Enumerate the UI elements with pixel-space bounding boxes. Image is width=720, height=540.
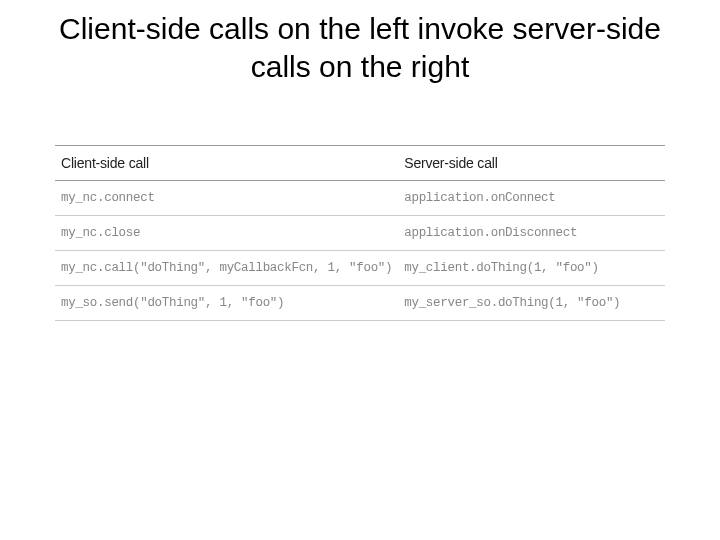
table-row: my_nc.call("doThing", myCallbackFcn, 1, … xyxy=(55,251,665,286)
cell-server: application.onDisconnect xyxy=(398,216,665,251)
cell-client: my_nc.connect xyxy=(55,181,398,216)
cell-server: my_client.doThing(1, "foo") xyxy=(398,251,665,286)
table-row: my_so.send("doThing", 1, "foo") my_serve… xyxy=(55,286,665,321)
cell-server: application.onConnect xyxy=(398,181,665,216)
table-row: my_nc.close application.onDisconnect xyxy=(55,216,665,251)
header-client: Client-side call xyxy=(55,146,398,181)
header-server: Server-side call xyxy=(398,146,665,181)
cell-client: my_so.send("doThing", 1, "foo") xyxy=(55,286,398,321)
table-header-row: Client-side call Server-side call xyxy=(55,146,665,181)
cell-client: my_nc.call("doThing", myCallbackFcn, 1, … xyxy=(55,251,398,286)
calls-table: Client-side call Server-side call my_nc.… xyxy=(55,145,665,321)
page-title: Client-side calls on the left invoke ser… xyxy=(20,10,700,85)
cell-client: my_nc.close xyxy=(55,216,398,251)
table-row: my_nc.connect application.onConnect xyxy=(55,181,665,216)
cell-server: my_server_so.doThing(1, "foo") xyxy=(398,286,665,321)
calls-table-wrap: Client-side call Server-side call my_nc.… xyxy=(20,145,700,321)
